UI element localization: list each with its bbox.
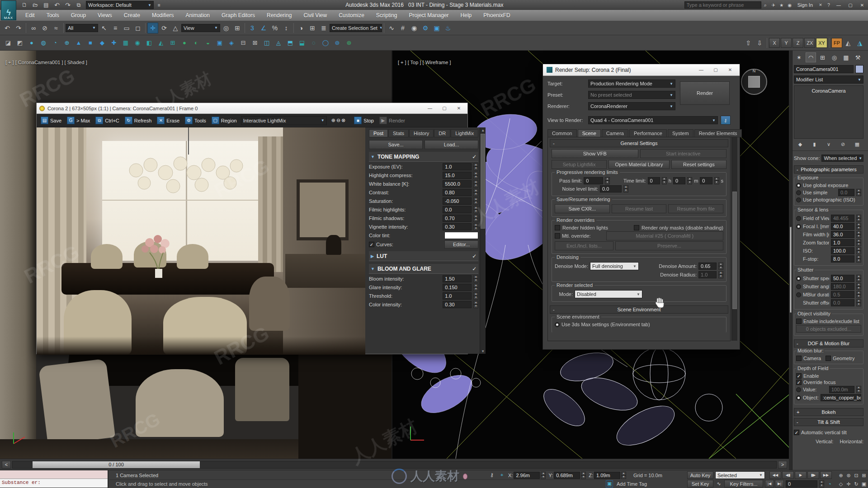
- select-move-icon[interactable]: ✛: [147, 23, 158, 33]
- pan-icon[interactable]: ✛: [845, 481, 852, 488]
- spinner-snap-icon[interactable]: ↕: [281, 23, 292, 33]
- parameter-value[interactable]: 0.0: [443, 206, 472, 213]
- spinner[interactable]: ▲▼: [473, 189, 478, 196]
- display-tab-icon[interactable]: ▦: [841, 52, 851, 62]
- bokeh-rollout[interactable]: +Bokeh: [794, 408, 863, 416]
- override-focus-checkbox[interactable]: ✓: [796, 380, 802, 385]
- spinner[interactable]: ▲▼: [473, 292, 478, 300]
- custom-toolbar-icon[interactable]: ◪: [3, 38, 14, 48]
- custom-toolbar-icon[interactable]: ◔: [50, 38, 61, 48]
- parameter-value[interactable]: 36.0: [831, 231, 854, 238]
- object-name-field[interactable]: CoronaCamera001: [794, 65, 854, 73]
- parameter-value[interactable]: 0.80: [443, 189, 472, 196]
- vfb-zoom-in-icon[interactable]: ⊕: [331, 116, 335, 126]
- vfb-lightmix-dropdown[interactable]: Interactive LightMix▼: [241, 116, 327, 125]
- dof-motion-blur-rollout[interactable]: -DOF & Motion Blur: [794, 339, 863, 347]
- show-vfb-button[interactable]: Show VFB: [552, 149, 638, 158]
- time-slider-handle[interactable]: 0 / 100: [33, 461, 200, 468]
- render-setup-tab[interactable]: Performance: [629, 129, 667, 137]
- vfb-erase-button[interactable]: ✕Erase: [156, 116, 183, 126]
- vfb-refresh-button[interactable]: ↻Refresh: [123, 116, 155, 126]
- custom-toolbar-icon[interactable]: ▣: [214, 38, 225, 48]
- create-tab-icon[interactable]: ✶: [794, 52, 804, 62]
- spinner[interactable]: ▲▼: [856, 223, 861, 230]
- named-selection-set-dropdown[interactable]: Create Selection Set▼: [330, 24, 382, 32]
- vfb-tab[interactable]: LightMix: [451, 129, 478, 137]
- custom-toolbar-icon[interactable]: ◍: [38, 38, 49, 48]
- vfb-close-button[interactable]: ✕: [453, 105, 465, 112]
- general-settings-rollout[interactable]: -General Settings: [550, 139, 728, 147]
- simple-exposure-field[interactable]: 0.0: [838, 189, 854, 196]
- search-icon[interactable]: ⌕: [761, 0, 769, 10]
- maximize-viewport-icon[interactable]: ▣: [860, 481, 868, 488]
- render-setup-icon[interactable]: ⚙: [420, 23, 431, 33]
- render-production-icon[interactable]: ♨: [443, 23, 453, 33]
- save-cxr-button[interactable]: Save CXR...: [555, 204, 610, 213]
- auto-key-button[interactable]: Auto Key: [687, 471, 713, 479]
- photographic-parameters-rollout[interactable]: -Photographic parameters: [794, 165, 863, 174]
- parameter-value[interactable]: 1.0: [831, 239, 854, 246]
- listener-macro-line[interactable]: [0, 470, 108, 479]
- selection-filter-dropdown[interactable]: All▼: [66, 24, 98, 32]
- use-simple-radio[interactable]: [796, 190, 801, 195]
- motion-tab-icon[interactable]: ◎: [829, 52, 840, 62]
- custom-toolbar-icon[interactable]: ▲: [73, 38, 84, 48]
- z-coordinate-field[interactable]: 1.09m: [594, 472, 620, 479]
- prev-frame-icon[interactable]: ◀▮: [782, 471, 794, 479]
- open-material-library-button[interactable]: Open Material Library: [609, 160, 669, 169]
- menu-item[interactable]: Animation: [180, 11, 215, 20]
- menu-item[interactable]: Scripting: [371, 11, 403, 20]
- mirror-icon[interactable]: ◑: [296, 23, 307, 33]
- vfb-minimize-button[interactable]: —: [424, 105, 436, 112]
- denoise-amount-field[interactable]: 0.65: [698, 263, 717, 270]
- reference-coordinate-dropdown[interactable]: View▼: [181, 24, 220, 32]
- spinner[interactable]: ▲▼: [473, 284, 478, 291]
- prev-key-icon[interactable]: |◀: [765, 480, 774, 488]
- key-filters-button[interactable]: Key Filters...: [724, 480, 763, 488]
- restrict-y-button[interactable]: Y: [781, 38, 792, 48]
- parameter-value[interactable]: 0.30: [443, 301, 472, 308]
- undo-quick-icon[interactable]: ↶: [52, 0, 62, 10]
- parameter-value[interactable]: 1.0: [443, 292, 472, 300]
- vfb-copy-button[interactable]: ⧉Ctrl+C: [94, 116, 122, 126]
- spinner[interactable]: ▲▼: [856, 231, 861, 238]
- vfb-tab[interactable]: DR: [434, 129, 450, 137]
- utilities-tab-icon[interactable]: ⚒: [853, 52, 863, 62]
- next-key-icon[interactable]: ▶|: [775, 480, 784, 488]
- mtl-override-checkbox[interactable]: [555, 233, 560, 239]
- menu-item[interactable]: Views: [92, 11, 118, 20]
- custom-toolbar-icon[interactable]: ◩: [14, 38, 25, 48]
- tilt-shift-rollout[interactable]: -Tilt & Shift: [794, 418, 863, 426]
- menu-item[interactable]: Project Manager: [404, 11, 454, 20]
- custom-toolbar-icon[interactable]: ⊛: [344, 38, 354, 48]
- pin-stack-icon[interactable]: ◆: [797, 141, 804, 148]
- custom-toolbar-icon[interactable]: ⬒: [285, 38, 296, 48]
- selection-set-keying-dropdown[interactable]: Selected▼: [715, 471, 765, 479]
- stack-item-coronacamera[interactable]: CoronaCamera: [794, 87, 863, 94]
- render-setup-tab[interactable]: Scene: [578, 129, 601, 137]
- lut-rollout[interactable]: ▶ LUT ✓: [369, 251, 478, 261]
- go-to-start-icon[interactable]: ◀◀: [769, 471, 781, 479]
- denoise-mode-dropdown[interactable]: Full denoising▼: [590, 262, 639, 270]
- redo-quick-icon[interactable]: ↷: [62, 0, 73, 10]
- workspace-menu-icon[interactable]: ≡: [154, 0, 165, 10]
- render-setup-tab[interactable]: Render Elements: [694, 129, 742, 137]
- rs-maximize-button[interactable]: ▢: [710, 66, 722, 74]
- custom-toolbar-icon[interactable]: ◭: [843, 38, 854, 48]
- pin-down-icon[interactable]: ⇩: [754, 38, 765, 48]
- bloom-enabled-checkbox[interactable]: ✓: [472, 266, 476, 272]
- orbit-icon[interactable]: ↻: [853, 481, 860, 488]
- sign-in-link[interactable]: Sign In: [794, 2, 816, 8]
- custom-toolbar-icon[interactable]: ◮: [854, 38, 865, 48]
- motion-blur-geometry-checkbox[interactable]: [826, 356, 831, 361]
- new-key-filter-icon[interactable]: ∿: [715, 480, 722, 488]
- setup-lightmix-button[interactable]: Setup LightMix: [552, 160, 607, 169]
- vfb-scrollbar[interactable]: ▲▼: [480, 127, 486, 354]
- menu-item[interactable]: Tools: [41, 11, 65, 20]
- reset-settings-button[interactable]: Reset settings: [671, 160, 726, 169]
- vfb-to-max-button[interactable]: G> Max: [66, 116, 93, 126]
- resume-from-file-button[interactable]: Resume from file: [668, 204, 723, 213]
- vfb-stop-button[interactable]: ■Stop: [353, 116, 377, 126]
- parameter-value[interactable]: 1.0: [443, 163, 472, 170]
- hierarchy-tab-icon[interactable]: ⊞: [817, 52, 828, 62]
